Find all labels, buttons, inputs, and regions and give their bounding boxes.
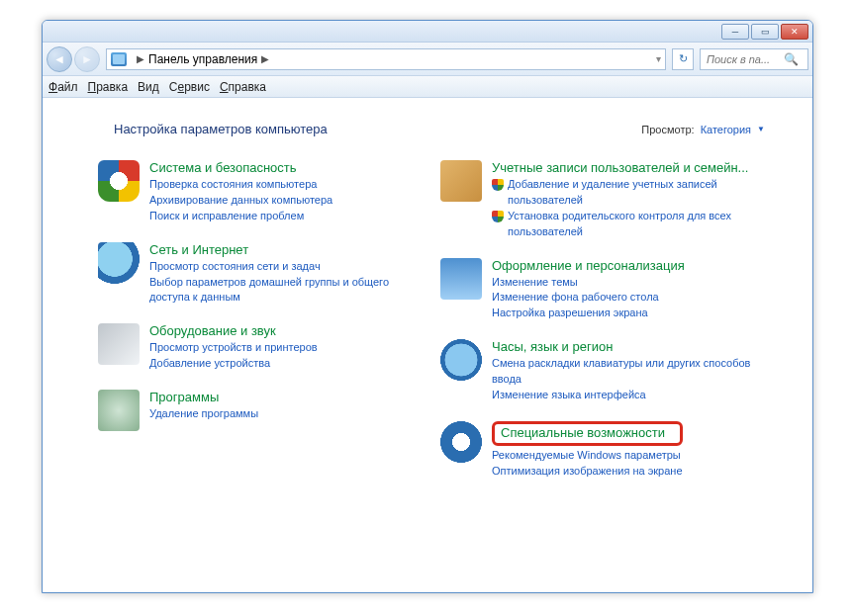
category-users: Учетные записи пользователей и семейн...…: [440, 160, 773, 240]
printer-icon: [98, 323, 140, 365]
category-link[interactable]: Рекомендуемые Windows параметры: [492, 448, 683, 464]
left-column: Система и безопасность Проверка состояни…: [98, 160, 430, 480]
menu-help[interactable]: Справка: [220, 80, 266, 94]
dropdown-icon[interactable]: ▾: [656, 53, 661, 64]
content-area: Настройка параметров компьютера Просмотр…: [43, 98, 812, 592]
category-title[interactable]: Специальные возможности: [501, 425, 665, 440]
forward-button[interactable]: ►: [74, 46, 100, 72]
category-link[interactable]: Выбор параметров домашней группы и общег…: [149, 275, 430, 307]
minimize-button[interactable]: ─: [721, 24, 749, 40]
category-link[interactable]: Установка родительского контроля для все…: [508, 209, 773, 240]
menu-edit[interactable]: Правка: [88, 80, 129, 94]
maximize-button[interactable]: ▭: [751, 24, 779, 40]
chevron-right-icon: ▶: [261, 53, 269, 64]
control-panel-icon: [111, 52, 127, 66]
category-title[interactable]: Система и безопасность: [149, 160, 332, 177]
category-title[interactable]: Часы, язык и регион: [492, 339, 773, 356]
view-selector[interactable]: Просмотр: Категория ▼: [641, 124, 765, 135]
ease-of-access-icon: [440, 421, 482, 463]
category-link[interactable]: Просмотр состояния сети и задач: [149, 259, 430, 275]
category-link[interactable]: Удаление программы: [149, 406, 258, 422]
category-link[interactable]: Проверка состояния компьютера: [149, 177, 332, 193]
globe-icon: [98, 242, 140, 284]
category-clock-region: Часы, язык и регион Смена раскладки клав…: [440, 339, 773, 403]
category-ease-of-access: Специальные возможности Рекомендуемые Wi…: [440, 421, 773, 480]
category-title[interactable]: Сеть и Интернет: [149, 242, 430, 259]
search-input[interactable]: [705, 52, 784, 66]
category-link[interactable]: Изменение фона рабочего стола: [492, 290, 685, 306]
category-link[interactable]: Архивирование данных компьютера: [149, 193, 332, 209]
category-appearance: Оформление и персонализация Изменение те…: [440, 258, 773, 322]
shield-icon: [98, 160, 140, 202]
address-text: Панель управления: [148, 52, 257, 66]
monitor-icon: [440, 258, 482, 300]
back-button[interactable]: ◄: [47, 46, 72, 72]
category-link[interactable]: Смена раскладки клавиатуры или других сп…: [492, 356, 773, 388]
category-title[interactable]: Учетные записи пользователей и семейн...: [492, 160, 773, 177]
header-row: Настройка параметров компьютера Просмотр…: [114, 122, 765, 136]
refresh-button[interactable]: ↻: [672, 48, 694, 70]
search-box[interactable]: 🔍: [700, 48, 808, 70]
clock-globe-icon: [440, 339, 482, 381]
category-title[interactable]: Программы: [149, 390, 258, 406]
category-link[interactable]: Добавление устройства: [149, 356, 318, 372]
category-columns: Система и безопасность Проверка состояни…: [98, 160, 773, 480]
titlebar: ─ ▭ ✕: [43, 21, 812, 43]
menu-file[interactable]: ФФайлайл: [48, 80, 78, 94]
category-link[interactable]: Поиск и исправление проблем: [149, 209, 332, 224]
view-value[interactable]: Категория: [701, 124, 751, 135]
menu-tools[interactable]: Сервис: [169, 80, 210, 94]
menu-view[interactable]: Вид: [138, 80, 159, 94]
right-column: Учетные записи пользователей и семейн...…: [440, 160, 773, 480]
category-link[interactable]: Изменение языка интерфейса: [492, 388, 773, 403]
nav-toolbar: ◄ ► ▶ Панель управления ▶ ▾ ↻ 🔍: [43, 43, 812, 76]
category-network: Сеть и Интернет Просмотр состояния сети …: [98, 242, 430, 307]
category-hardware: Оборудование и звук Просмотр устройств и…: [98, 323, 430, 372]
category-programs: Программы Удаление программы: [98, 390, 430, 431]
users-icon: [440, 160, 482, 202]
control-panel-window: ─ ▭ ✕ ◄ ► ▶ Панель управления ▶ ▾ ↻ 🔍 ФФ…: [42, 20, 813, 593]
address-bar[interactable]: ▶ Панель управления ▶ ▾: [106, 48, 666, 70]
menu-bar: ФФайлайл Правка Вид Сервис Справка: [43, 76, 812, 98]
category-link[interactable]: Оптимизация изображения на экране: [492, 464, 683, 480]
highlight-box: Специальные возможности: [492, 421, 683, 446]
category-title[interactable]: Оборудование и звук: [149, 323, 318, 340]
category-link[interactable]: Настройка разрешения экрана: [492, 306, 685, 321]
chevron-down-icon: ▼: [757, 125, 765, 133]
category-title[interactable]: Оформление и персонализация: [492, 258, 685, 275]
category-link[interactable]: Добавление и удаление учетных записей по…: [508, 177, 773, 209]
chevron-right-icon: ▶: [137, 53, 144, 64]
category-system-security: Система и безопасность Проверка состояни…: [98, 160, 430, 224]
page-title: Настройка параметров компьютера: [114, 122, 328, 136]
category-link[interactable]: Просмотр устройств и принтеров: [149, 340, 318, 356]
disc-icon: [98, 390, 140, 431]
uac-shield-icon: [492, 211, 504, 222]
uac-shield-icon: [492, 179, 504, 191]
view-label: Просмотр:: [641, 124, 694, 135]
search-icon: 🔍: [784, 52, 799, 66]
category-link[interactable]: Изменение темы: [492, 275, 685, 291]
close-button[interactable]: ✕: [781, 24, 808, 40]
